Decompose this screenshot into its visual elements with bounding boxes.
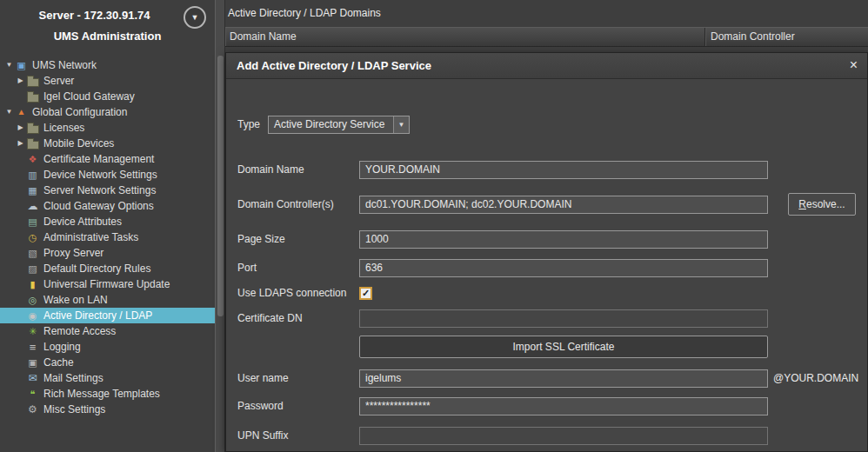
expander-right-icon[interactable]: ▶ [15,73,26,89]
type-label: Type [237,118,260,130]
sidebar-item-label: Default Directory Rules [43,261,150,276]
sidebar-item-active-directory-ldap[interactable]: Active Directory / LDAP [0,308,215,323]
type-row: Type Active Directory Service ▼ [237,115,410,134]
expander-right-icon[interactable]: ▶ [15,120,26,136]
domains-table-header: Domain Name Domain Controller [225,27,868,47]
user-name-row: User name @YOUR.DOMAIN [237,369,858,388]
sidebar-item-mail-settings[interactable]: Mail Settings [0,370,215,386]
user-name-input[interactable] [359,369,768,388]
firmware-icon [26,278,39,290]
sidebar-item-label: Mobile Devices [43,136,114,151]
scrollbar-thumb[interactable] [217,56,224,316]
upn-suffix-input[interactable] [359,427,768,445]
domain-name-input[interactable] [359,161,768,179]
sidebar-item-label: Global Configuration [32,104,127,120]
certificate-dn-row: Certificate DN [237,309,768,328]
port-label: Port [237,262,359,274]
column-header-domain-controller[interactable]: Domain Controller [705,28,868,46]
sidebar-item-label: Server [43,73,74,89]
expander-down-icon[interactable]: ▼ [3,57,15,73]
remote-icon [26,325,39,337]
server-network-icon [26,184,39,196]
sidebar-item-label: Universal Firmware Update [43,276,170,292]
column-header-domain-name[interactable]: Domain Name [225,28,705,46]
import-ssl-row: Import SSL Certificate [237,336,768,358]
port-input[interactable] [359,259,768,277]
mail-icon [26,372,39,384]
chevron-down-icon: ▼ [191,13,199,22]
sidebar-item-server[interactable]: ▶Server [0,73,215,89]
sidebar-item-wake-on-lan[interactable]: Wake on LAN [0,292,215,308]
sidebar-item-logging[interactable]: Logging [0,339,215,355]
sidebar-item-licenses[interactable]: ▶Licenses [0,120,215,136]
type-select[interactable]: Active Directory Service ▼ [268,116,410,134]
ldaps-checkbox[interactable] [359,287,372,300]
cloud-icon [26,200,39,212]
chevron-down-icon: ▼ [393,116,409,133]
sidebar-item-rich-message-templates[interactable]: Rich Message Templates [0,386,215,402]
password-input[interactable] [359,397,768,415]
page-size-input[interactable] [359,230,768,249]
sidebar-header: Server - 172.30.91.74 ▼ UMS Administrati… [0,0,215,56]
close-icon[interactable]: × [850,57,858,73]
page-size-row: Page Size [237,229,768,249]
ldaps-row: Use LDAPS connection [237,283,372,302]
type-select-value: Active Directory Service [269,118,393,130]
sidebar-item-label: Administrative Tasks [43,229,138,245]
folder-icon [26,122,39,134]
password-row: Password [237,396,768,415]
cache-icon [26,356,39,369]
proxy-icon [26,247,39,259]
folder-icon [26,75,39,87]
sidebar-item-label: Server Network Settings [43,183,156,198]
sidebar-item-label: Device Network Settings [43,167,157,183]
rules-icon [26,263,39,275]
sidebar-item-label: Rich Message Templates [43,386,160,402]
sidebar-item-label: Licenses [43,120,84,136]
sidebar-item-label: UMS Network [32,57,97,73]
ad-icon [26,309,39,322]
sidebar-item-label: Wake on LAN [43,292,108,308]
sidebar-item-mobile-devices[interactable]: ▶Mobile Devices [0,136,215,151]
sidebar: Server - 172.30.91.74 ▼ UMS Administrati… [0,0,215,452]
sidebar-item-remote-access[interactable]: Remote Access [0,323,215,339]
domain-name-label: Domain Name [237,163,359,176]
rich-message-icon [26,388,39,400]
sidebar-item-igel-cloud-gateway[interactable]: Igel Cloud Gateway [0,89,215,104]
sidebar-scrollbar[interactable] [215,0,225,452]
sidebar-item-misc-settings[interactable]: Misc Settings [0,402,215,417]
sidebar-item-administrative-tasks[interactable]: Administrative Tasks [0,229,215,245]
sidebar-item-cache[interactable]: Cache [0,355,215,370]
sidebar-item-device-network-settings[interactable]: Device Network Settings [0,167,215,183]
folder-icon [26,137,39,150]
port-row: Port [237,258,768,277]
sidebar-item-server-network-settings[interactable]: Server Network Settings [0,183,215,198]
expander-down-icon[interactable]: ▼ [3,104,15,120]
attributes-icon [26,216,39,228]
upn-domain-suffix: @YOUR.DOMAIN [773,372,858,384]
server-menu-button[interactable]: ▼ [184,6,206,29]
upn-suffix-label: UPN Suffix [237,429,359,442]
sidebar-item-universal-firmware-update[interactable]: Universal Firmware Update [0,276,215,292]
config-icon [15,106,28,118]
expander-right-icon[interactable]: ▶ [15,136,26,151]
sidebar-item-default-directory-rules[interactable]: Default Directory Rules [0,261,215,276]
resolve-button[interactable]: Resolve... [788,193,856,216]
sidebar-item-cloud-gateway-options[interactable]: Cloud Gateway Options [0,198,215,214]
domain-controllers-input[interactable] [359,196,768,214]
domain-controllers-label: Domain Controller(s) [237,198,359,210]
sidebar-item-proxy-server[interactable]: Proxy Server [0,245,215,261]
certificate-icon [26,153,39,165]
wol-icon [26,294,39,306]
domain-name-row: Domain Name [237,160,768,179]
sidebar-item-ums-network[interactable]: ▼UMS Network [0,57,215,73]
sidebar-subtitle: UMS Administration [0,30,215,43]
sidebar-item-global-configuration[interactable]: ▼Global Configuration [0,104,215,120]
sidebar-item-certificate-management[interactable]: Certificate Management [0,151,215,167]
ums-console-window: Server - 172.30.91.74 ▼ UMS Administrati… [0,0,868,452]
import-ssl-certificate-button[interactable]: Import SSL Certificate [359,336,768,358]
server-title: Server - 172.30.91.74 [0,0,215,22]
sidebar-item-device-attributes[interactable]: Device Attributes [0,214,215,229]
sidebar-item-label: Cache [43,355,74,370]
certificate-dn-input [359,309,768,328]
